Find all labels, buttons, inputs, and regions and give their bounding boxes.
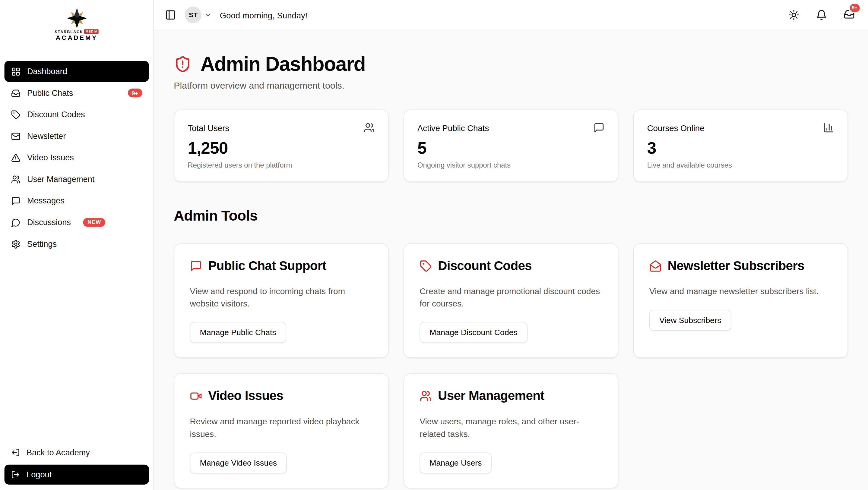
chart-column-icon	[823, 122, 834, 133]
new-badge: NEW	[83, 218, 105, 227]
logout-button[interactable]: Logout	[4, 465, 149, 485]
topbar-actions: 9+	[787, 8, 856, 22]
tools-grid: Public Chat Support View and respond to …	[174, 243, 848, 490]
unread-count-badge: 9+	[128, 88, 142, 97]
sidebar-item-messages[interactable]: Messages	[4, 190, 149, 211]
stat-value: 3	[647, 139, 834, 158]
sidebar-item-label: User Management	[27, 175, 94, 184]
sidebar-item-video-issues[interactable]: Video Issues	[4, 147, 149, 168]
log-out-icon	[11, 470, 20, 479]
message-square-icon	[11, 196, 21, 205]
admin-dashboard-app: STARBLACK MEDIA ACADEMY Dashboard Public…	[0, 0, 868, 490]
sidebar-item-label: Public Chats	[27, 89, 73, 97]
theme-toggle-button[interactable]	[787, 8, 801, 22]
manage-users-button[interactable]: Manage Users	[420, 452, 492, 473]
tool-card-discount-codes: Discount Codes Create and manage promoti…	[404, 243, 618, 358]
sidebar-item-label: Settings	[27, 239, 57, 248]
tool-card-public-chat-support: Public Chat Support View and respond to …	[174, 243, 389, 358]
tag-icon	[11, 110, 21, 119]
sidebar-item-user-management[interactable]: User Management	[4, 169, 149, 190]
sidebar-item-label: Dashboard	[27, 67, 67, 76]
star-logo-icon	[66, 8, 87, 29]
stat-description: Live and available courses	[647, 161, 834, 169]
sidebar-footer: Back to Academy Logout	[4, 443, 149, 484]
sun-icon	[788, 9, 800, 21]
video-icon	[190, 390, 202, 402]
stat-card-active-public-chats: Active Public Chats 5 Ongoing visitor su…	[404, 109, 618, 182]
page-title: Admin Dashboard	[200, 53, 365, 76]
logo-text: STARBLACK MEDIA ACADEMY	[55, 29, 99, 41]
tool-description: View users, manage roles, and other user…	[420, 416, 602, 440]
sidebar-item-newsletter[interactable]: Newsletter	[4, 126, 149, 147]
notifications-button[interactable]	[815, 8, 828, 22]
stat-label: Courses Online	[647, 123, 705, 132]
stat-description: Registered users on the platform	[188, 161, 375, 169]
users-icon	[11, 174, 21, 184]
stat-value: 5	[417, 139, 604, 158]
message-square-icon	[190, 260, 202, 272]
users-icon	[364, 122, 375, 133]
sidebar-item-label: Video Issues	[27, 153, 74, 162]
tool-description: View and respond to incoming chats from …	[190, 285, 373, 310]
tool-card-newsletter-subscribers: Newsletter Subscribers View and manage n…	[633, 243, 848, 358]
stats-row: Total Users 1,250 Registered users on th…	[174, 109, 848, 182]
sidebar-item-label: Messages	[27, 196, 65, 205]
manage-public-chats-button[interactable]: Manage Public Chats	[190, 322, 286, 343]
main-area: ST Good morning, Sunday! 9+	[154, 0, 868, 490]
brand-name: STARBLACK	[55, 30, 83, 33]
sidebar: STARBLACK MEDIA ACADEMY Dashboard Public…	[0, 0, 154, 490]
page-subtitle: Platform overview and management tools.	[174, 80, 848, 91]
mail-icon	[11, 131, 21, 141]
tool-title: Discount Codes	[438, 258, 532, 273]
gear-icon	[11, 239, 21, 249]
sidebar-item-discount-codes[interactable]: Discount Codes	[4, 104, 149, 125]
brand-media-badge: MEDIA	[85, 29, 99, 34]
sidebar-item-label: Discussions	[27, 218, 71, 227]
message-circle-icon	[11, 218, 21, 227]
sidebar-item-dashboard[interactable]: Dashboard	[4, 61, 149, 82]
logout-label: Logout	[27, 470, 52, 479]
sidebar-item-discussions[interactable]: Discussions NEW	[4, 212, 149, 233]
back-to-academy-link[interactable]: Back to Academy	[4, 443, 149, 462]
mail-open-icon	[649, 260, 661, 272]
tool-card-user-management: User Management View users, manage roles…	[404, 374, 618, 489]
tool-title: Public Chat Support	[208, 258, 326, 273]
alert-triangle-icon	[11, 153, 21, 162]
inbox-count-badge: 9+	[848, 3, 861, 13]
stat-description: Ongoing visitor support chats	[417, 161, 604, 169]
inbox-icon	[11, 88, 21, 98]
academy-logo[interactable]: STARBLACK MEDIA ACADEMY	[4, 5, 149, 46]
panel-left-icon	[165, 9, 176, 21]
tool-description: Create and manage promotional discount c…	[420, 285, 602, 310]
inbox-button-wrap: 9+	[843, 8, 856, 22]
tool-card-video-issues: Video Issues Review and manage reported …	[174, 374, 389, 489]
manage-discount-codes-button[interactable]: Manage Discount Codes	[420, 322, 527, 343]
sidebar-toggle-button[interactable]	[164, 8, 177, 22]
users-icon	[420, 390, 432, 402]
admin-tools-heading: Admin Tools	[174, 207, 848, 225]
tool-title: Video Issues	[208, 388, 283, 403]
stat-card-courses-online: Courses Online 3 Live and available cour…	[633, 109, 848, 182]
tool-description: View and manage newsletter subscribers l…	[649, 285, 832, 298]
sidebar-item-label: Discount Codes	[27, 110, 85, 119]
shield-alert-icon	[174, 56, 191, 73]
sidebar-item-label: Newsletter	[27, 132, 66, 140]
exit-left-icon	[11, 448, 20, 457]
page-header: Admin Dashboard Platform overview and ma…	[174, 53, 848, 91]
content: Admin Dashboard Platform overview and ma…	[154, 30, 868, 490]
chevron-down-icon	[204, 11, 212, 19]
brand-academy: ACADEMY	[55, 34, 99, 41]
message-square-icon	[593, 122, 605, 133]
avatar: ST	[185, 7, 202, 23]
view-subscribers-button[interactable]: View Subscribers	[649, 310, 731, 331]
stat-label: Total Users	[188, 123, 229, 132]
tool-title: Newsletter Subscribers	[668, 258, 804, 273]
greeting-text: Good morning, Sunday!	[220, 10, 308, 20]
tag-icon	[420, 260, 432, 272]
sidebar-item-public-chats[interactable]: Public Chats 9+	[4, 82, 149, 103]
stat-card-total-users: Total Users 1,250 Registered users on th…	[174, 109, 389, 182]
layout-grid-icon	[11, 67, 21, 76]
manage-video-issues-button[interactable]: Manage Video Issues	[190, 452, 287, 473]
sidebar-item-settings[interactable]: Settings	[4, 233, 149, 255]
account-menu[interactable]: ST	[185, 7, 212, 23]
